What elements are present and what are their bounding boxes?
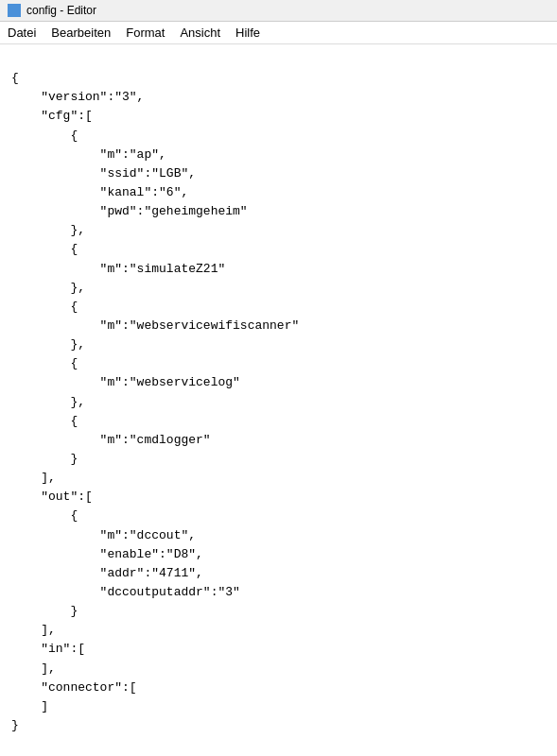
code-line: { (11, 507, 546, 525)
editor-area[interactable]: { "version":"3", "cfg":[ { "m":"ap", "ss… (0, 44, 557, 751)
code-line: }, (11, 279, 546, 298)
code-line: "m":"cmdlogger" (11, 431, 546, 450)
menu-ansicht[interactable]: Ansicht (172, 24, 228, 42)
code-line: }, (11, 221, 546, 240)
code-line: { (11, 412, 546, 431)
menu-datei[interactable]: Datei (0, 24, 44, 42)
code-line: "m":"webservicelog" (11, 373, 546, 392)
code-line: } (11, 716, 546, 735)
code-line: "addr":"4711", (11, 564, 546, 583)
code-line: "m":"dccout", (11, 526, 546, 545)
code-line: ], (11, 660, 546, 679)
menu-bar: DateiBearbeitenFormatAnsichtHilfe (0, 22, 557, 44)
code-line: } (11, 602, 546, 621)
code-line: "dccoutputaddr":"3" (11, 583, 546, 602)
code-line: "m":"ap", (11, 146, 546, 164)
code-line: ] (11, 697, 546, 716)
code-line: ], (11, 469, 546, 488)
code-line: { (11, 69, 546, 88)
code-line: { (11, 354, 546, 373)
code-line: "m":"simulateZ21" (11, 260, 546, 279)
code-line: "ssid":"LGB", (11, 164, 546, 183)
code-line: }, (11, 393, 546, 412)
code-line: "kanal":"6", (11, 183, 546, 202)
code-line: }, (11, 335, 546, 354)
code-line: "version":"3", (11, 88, 546, 107)
code-line: "out":[ (11, 488, 546, 507)
code-line: { (11, 298, 546, 317)
code-line: "pwd":"geheimgeheim" (11, 202, 546, 221)
code-line: "enable":"D8", (11, 545, 546, 564)
code-line: "m":"webservicewifiscanner" (11, 317, 546, 335)
code-line: } (11, 450, 546, 469)
code-line: { (11, 240, 546, 259)
code-line: "cfg":[ (11, 107, 546, 126)
menu-hilfe[interactable]: Hilfe (228, 24, 268, 42)
menu-bearbeiten[interactable]: Bearbeiten (44, 24, 118, 42)
window-title: config - Editor (26, 4, 96, 17)
code-line: { (11, 127, 546, 146)
code-line: ], (11, 621, 546, 640)
code-line: "connector":[ (11, 679, 546, 697)
app-icon (8, 4, 21, 17)
title-bar: config - Editor (0, 0, 557, 22)
menu-format[interactable]: Format (118, 24, 172, 42)
code-line: "in":[ (11, 640, 546, 659)
